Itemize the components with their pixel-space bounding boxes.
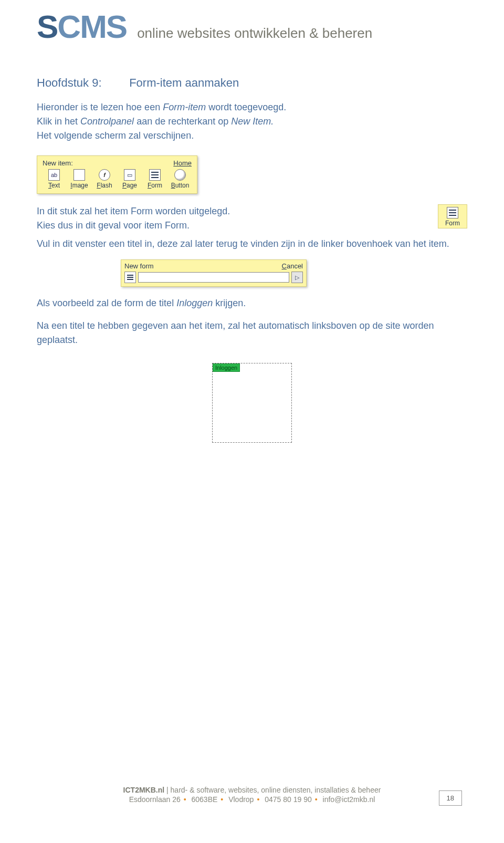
new-item-panel: New item: Home ab Text Image f Flash ▭ P…: [37, 155, 197, 194]
tagline: online websites ontwikkelen & beheren: [137, 25, 372, 45]
image-icon: [74, 169, 85, 181]
submit-button[interactable]: ▷: [291, 272, 303, 283]
chapter-label: Hoofdstuk 9:: [37, 76, 126, 90]
cancel-link[interactable]: Cancel: [282, 262, 303, 270]
auto-place-paragraph: Na een titel te hebben gegeven aan het i…: [37, 319, 467, 347]
form-icon-box[interactable]: Form: [438, 204, 467, 228]
page-footer: ICT2MKB.nl | hard- & software, websites,…: [0, 786, 504, 804]
form-icon: [447, 207, 458, 218]
item-flash[interactable]: f Flash: [93, 169, 116, 189]
flash-icon: f: [99, 169, 110, 181]
form-icon: [149, 169, 161, 181]
home-link[interactable]: Home: [173, 159, 192, 167]
logo-rest: CMS: [57, 8, 127, 45]
form-explain-paragraph: In dit stuk zal het item Form worden uit…: [37, 204, 230, 233]
button-icon: [174, 169, 186, 181]
dashed-placeholder: Inloggen: [212, 363, 292, 443]
item-form[interactable]: Form: [143, 169, 166, 189]
placement-figure: Inloggen: [37, 363, 467, 445]
item-button[interactable]: Button: [169, 169, 192, 189]
item-image[interactable]: Image: [68, 169, 91, 189]
footer-brand: ICT2MKB.nl: [123, 786, 165, 794]
item-text[interactable]: ab Text: [43, 169, 66, 189]
page-icon: ▭: [124, 169, 135, 181]
logo-letter-s: S: [37, 8, 57, 45]
item-page[interactable]: ▭ Page: [118, 169, 141, 189]
form-title-input[interactable]: [138, 272, 289, 283]
logo: SCMS: [37, 11, 127, 43]
new-form-title: New form: [124, 262, 154, 270]
new-form-bar: New form Cancel ▷: [121, 259, 307, 287]
footer-line1: | hard- & software, websites, online die…: [164, 786, 381, 794]
text-icon: ab: [48, 169, 60, 181]
chapter-heading: Hoofdstuk 9: Form-item aanmaken: [37, 76, 467, 90]
title-instruction-paragraph: Vul in dit venster een titel in, deze za…: [37, 237, 467, 251]
chapter-title: Form-item aanmaken: [129, 76, 239, 89]
intro-paragraph: Hieronder is te lezen hoe een Form-item …: [37, 100, 467, 143]
example-title-paragraph: Als voorbeeld zal de form de titel Inlog…: [37, 296, 467, 310]
page-number: 18: [439, 790, 462, 806]
form-icon-label: Form: [439, 220, 466, 227]
new-item-title: New item:: [43, 159, 73, 167]
new-item-items: ab Text Image f Flash ▭ Page Form: [43, 169, 192, 189]
item-tag[interactable]: Inloggen: [213, 363, 240, 372]
form-icon: [124, 272, 136, 283]
page-header: SCMS online websites ontwikkelen & beher…: [37, 11, 467, 45]
